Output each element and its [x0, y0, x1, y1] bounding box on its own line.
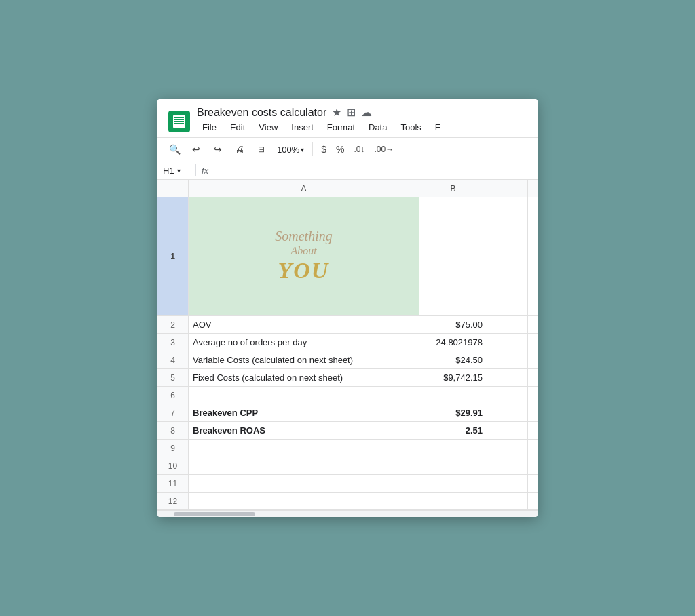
row-num-10: 10: [157, 457, 189, 474]
table-row: 1 Something About YOU: [157, 197, 538, 316]
cell-4c[interactable]: [487, 351, 528, 368]
cell-11a[interactable]: [189, 475, 419, 492]
document-title-row: Breakeven costs calculator ★ ⊞ ☁: [197, 106, 527, 119]
decrease-decimal-button[interactable]: .0↓: [352, 143, 368, 155]
logo-line3: YOU: [275, 257, 332, 285]
table-row: 12: [157, 493, 538, 510]
cell-5b[interactable]: $9,742.15: [419, 369, 487, 386]
cell-7a[interactable]: Breakeven CPP: [189, 404, 419, 421]
cell-6b[interactable]: [419, 387, 487, 404]
cell-ref-dropdown-icon[interactable]: ▾: [177, 167, 181, 174]
cell-8b[interactable]: 2.51: [419, 422, 487, 439]
sheets-app-icon: [168, 111, 190, 132]
document-title: Breakeven costs calculator: [197, 107, 326, 119]
cell-9b[interactable]: [419, 440, 487, 457]
row-num-11: 11: [157, 475, 189, 492]
row-num-1: 1: [157, 197, 189, 315]
star-icon[interactable]: ★: [332, 106, 341, 119]
cell-5c[interactable]: [487, 369, 528, 386]
zoom-selector[interactable]: 100% ▾: [274, 143, 307, 156]
toolbar-divider-1: [312, 142, 313, 156]
table-row: 3 Average no of orders per day 24.802197…: [157, 334, 538, 351]
column-headers: A B: [157, 180, 538, 197]
cell-4b[interactable]: $24.50: [419, 351, 487, 368]
percent-format-button[interactable]: %: [333, 142, 347, 156]
table-row: 11: [157, 475, 538, 493]
row-num-5: 5: [157, 369, 189, 386]
col-header-b[interactable]: B: [419, 180, 487, 197]
undo-button[interactable]: ↩: [187, 140, 205, 158]
cloud-icon[interactable]: ☁: [361, 106, 372, 119]
horizontal-scrollbar[interactable]: [157, 510, 538, 517]
menu-file[interactable]: File: [197, 120, 222, 134]
row-num-6: 6: [157, 387, 189, 404]
currency-format-button[interactable]: $: [318, 142, 329, 156]
row-num-12: 12: [157, 493, 189, 509]
cell-1b[interactable]: [419, 197, 487, 315]
cell-12b[interactable]: [419, 493, 487, 509]
cell-10a[interactable]: [189, 457, 419, 474]
row-num-9: 9: [157, 440, 189, 457]
cell-9c[interactable]: [487, 440, 528, 457]
menu-more[interactable]: E: [430, 120, 447, 134]
formula-bar: H1 ▾ fx: [157, 161, 538, 180]
cell-11c[interactable]: [487, 475, 528, 492]
search-button[interactable]: 🔍: [166, 140, 183, 158]
cell-10c[interactable]: [487, 457, 528, 474]
formula-bar-divider: [195, 164, 196, 176]
spreadsheet-grid: A B 1 Something About YOU 2 AOV $75.00: [157, 180, 538, 517]
cell-10b[interactable]: [419, 457, 487, 474]
table-row: 8 Breakeven ROAS 2.51: [157, 422, 538, 440]
redo-button[interactable]: ↪: [209, 140, 227, 158]
menu-format[interactable]: Format: [322, 120, 360, 134]
row-num-2: 2: [157, 316, 189, 333]
cell-ref-value: H1: [163, 166, 174, 176]
fx-label: fx: [202, 166, 208, 176]
cell-3b[interactable]: 24.8021978: [419, 334, 487, 351]
cell-8a[interactable]: Breakeven ROAS: [189, 422, 419, 439]
menu-edit[interactable]: Edit: [225, 120, 250, 134]
cell-12a[interactable]: [189, 493, 419, 509]
cell-11b[interactable]: [419, 475, 487, 492]
cell-2a[interactable]: AOV: [189, 316, 419, 333]
col-header-a[interactable]: A: [189, 180, 419, 197]
menu-view[interactable]: View: [253, 120, 283, 134]
zoom-value: 100%: [277, 145, 299, 155]
scrollbar-thumb[interactable]: [174, 512, 255, 516]
cell-3a[interactable]: Average no of orders per day: [189, 334, 419, 351]
folder-icon[interactable]: ⊞: [347, 106, 356, 119]
table-row: 5 Fixed Costs (calculated on next sheet)…: [157, 369, 538, 387]
cell-7b[interactable]: $29.91: [419, 404, 487, 421]
cell-6a[interactable]: [189, 387, 419, 404]
row-num-3: 3: [157, 334, 189, 351]
logo-image: Something About YOU: [275, 228, 332, 285]
menu-data[interactable]: Data: [363, 120, 392, 134]
menu-tools[interactable]: Tools: [395, 120, 426, 134]
cell-reference[interactable]: H1 ▾: [163, 166, 190, 176]
cell-3c[interactable]: [487, 334, 528, 351]
paint-format-button[interactable]: ⊟: [252, 140, 270, 158]
toolbar: 🔍 ↩ ↪ 🖨 ⊟ 100% ▾ $ % .0↓ .00→: [157, 138, 538, 161]
cell-9a[interactable]: [189, 440, 419, 457]
cell-4a[interactable]: Variable Costs (calculated on next sheet…: [189, 351, 419, 368]
row-num-header: [157, 180, 189, 197]
row-num-7: 7: [157, 404, 189, 421]
cell-2b[interactable]: $75.00: [419, 316, 487, 333]
table-row: 9: [157, 440, 538, 457]
cell-8c[interactable]: [487, 422, 528, 439]
print-button[interactable]: 🖨: [231, 140, 248, 158]
cell-6c[interactable]: [487, 387, 528, 404]
table-row: 6: [157, 387, 538, 404]
increase-decimal-button[interactable]: .00→: [372, 143, 397, 155]
cell-7c[interactable]: [487, 404, 528, 421]
cell-2c[interactable]: [487, 316, 528, 333]
col-header-c: [487, 180, 528, 197]
cell-1a-logo[interactable]: Something About YOU: [189, 197, 419, 315]
cell-12c[interactable]: [487, 493, 528, 509]
menu-insert[interactable]: Insert: [286, 120, 319, 134]
logo-line1: Something: [275, 228, 332, 244]
title-info: Breakeven costs calculator ★ ⊞ ☁ File Ed…: [197, 106, 527, 137]
cell-1c[interactable]: [487, 197, 528, 315]
table-row: 7 Breakeven CPP $29.91: [157, 404, 538, 422]
cell-5a[interactable]: Fixed Costs (calculated on next sheet): [189, 369, 419, 386]
